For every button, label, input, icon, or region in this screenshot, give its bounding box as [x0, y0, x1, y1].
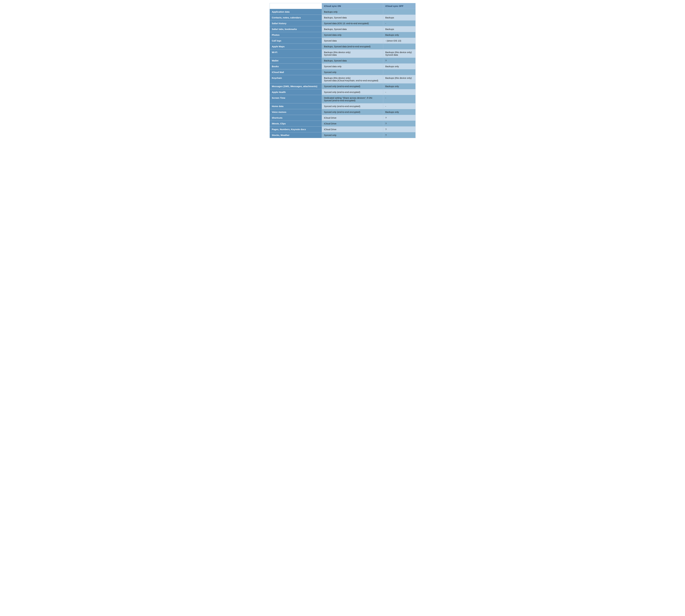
cell-sync-off: -: [383, 95, 415, 104]
table-row: Voice memosSynced only (end-to-end encry…: [270, 109, 415, 115]
header-sync-off: iCloud sync OFF: [383, 3, 415, 9]
table-row: iMovie, ClipsiCloud Drive?: [270, 121, 415, 127]
table-row: KeychainBackups (this device only)Synced…: [270, 75, 415, 84]
cell-sync-off: ?: [383, 58, 415, 64]
cell-feature: iMovie, Clips: [270, 121, 322, 127]
cell-sync-on: Synced data (iOS 13: end-to-end encrypte…: [322, 21, 383, 26]
cell-sync-off: -: [383, 104, 415, 109]
cell-sync-off: Backups (this device only): [383, 75, 415, 84]
cell-sync-on: Backups, Synced data: [322, 26, 383, 32]
cell-sync-on: Synced only (end-to-end encrypted): [322, 84, 383, 89]
cell-sync-on: iCloud Drive: [322, 127, 383, 132]
cell-feature: Shortcuts: [270, 115, 322, 121]
cell-feature: Apple Maps: [270, 44, 322, 49]
cell-sync-off: [383, 44, 415, 49]
table-row: Safari historySynced data (iOS 13: end-t…: [270, 21, 415, 26]
table-row: ShortcutsiCloud Drive?: [270, 115, 415, 121]
cell-sync-off: [383, 69, 415, 75]
table-row: Call logsSynced data- (since iOS 13): [270, 38, 415, 44]
table-row: Contacts, notes, calendarsBackups, Synce…: [270, 15, 415, 21]
main-table-wrapper: iCloud sync ON iCloud sync OFF Applicati…: [270, 3, 416, 138]
cell-sync-off: Backups: [383, 26, 415, 32]
cell-sync-on: Backups (this device only)Synced data (i…: [322, 75, 383, 84]
cell-feature: Keychain: [270, 75, 322, 84]
cell-sync-on: iCloud Drive: [322, 121, 383, 127]
table-row: PhotosSynced data onlyBackups only: [270, 32, 415, 38]
table-row: Wi-FiBackups (this device only)Synced da…: [270, 49, 415, 58]
cell-sync-on: Backups (this device only)Synced data: [322, 49, 383, 58]
cell-sync-off: ?: [383, 121, 415, 127]
table-row: Screen TimeDedicated setting “Share acro…: [270, 95, 415, 104]
cell-sync-on: Synced data: [322, 38, 383, 44]
cell-sync-off: Backups only: [383, 109, 415, 115]
cell-sync-off: Backups only: [383, 32, 415, 38]
table-row: Messages (SMS, iMessages, attachments)Sy…: [270, 84, 415, 89]
cell-feature: Home data: [270, 104, 322, 109]
cell-sync-on: Dedicated setting “Share across devices”…: [322, 95, 383, 104]
cell-sync-on: Synced only (end-to-end encrypted): [322, 89, 383, 95]
cell-sync-off: ?: [383, 127, 415, 132]
cell-sync-off: Backups only: [383, 84, 415, 89]
table-row: Home dataSynced only (end-to-end encrypt…: [270, 104, 415, 109]
icloud-sync-table: iCloud sync ON iCloud sync OFF Applicati…: [270, 3, 416, 138]
cell-sync-off: [383, 9, 415, 15]
cell-sync-on: Synced only: [322, 132, 383, 138]
cell-feature: Wi-Fi: [270, 49, 322, 58]
cell-feature: Photos: [270, 32, 322, 38]
cell-sync-on: Synced only (end-to-end encrypted): [322, 104, 383, 109]
table-row: BooksSynced data onlyBackups only: [270, 64, 415, 69]
cell-sync-off: - (since iOS 13): [383, 38, 415, 44]
cell-sync-off: -: [383, 89, 415, 95]
cell-sync-off: ?: [383, 115, 415, 121]
cell-feature: Safari tabs, bookmarks: [270, 26, 322, 32]
cell-sync-on: Synced data only: [322, 32, 383, 38]
header-row: iCloud sync ON iCloud sync OFF: [270, 3, 415, 9]
table-row: Apple HealthSynced only (end-to-end encr…: [270, 89, 415, 95]
cell-sync-on: Backups only: [322, 9, 383, 15]
cell-feature: Apple Health: [270, 89, 322, 95]
cell-sync-on: Backups, Synced data: [322, 15, 383, 21]
table-row: Apple MapsBackups, Synced data (end-to-e…: [270, 44, 415, 49]
cell-feature: iCloud Mail: [270, 69, 322, 75]
cell-feature: Pages, Numbers, Keynote docs: [270, 127, 322, 132]
cell-feature: Contacts, notes, calendars: [270, 15, 322, 21]
table-row: Pages, Numbers, Keynote docsiCloud Drive…: [270, 127, 415, 132]
cell-feature: Application data: [270, 9, 322, 15]
header-sync-on: iCloud sync ON: [322, 3, 383, 9]
cell-feature: Wallet: [270, 58, 322, 64]
cell-feature: Stocks, Weather: [270, 132, 322, 138]
table-row: iCloud MailSynced only: [270, 69, 415, 75]
cell-sync-on: Backups, Synced data (end-to-end encrypt…: [322, 44, 383, 49]
cell-feature: Books: [270, 64, 322, 69]
cell-sync-off: Backups (this device only)Synced data: [383, 49, 415, 58]
cell-feature: Messages (SMS, iMessages, attachments): [270, 84, 322, 89]
cell-sync-on: Backups, Synced data: [322, 58, 383, 64]
cell-feature: Screen Time: [270, 95, 322, 104]
cell-sync-on: Synced only: [322, 69, 383, 75]
table-row: Safari tabs, bookmarksBackups, Synced da…: [270, 26, 415, 32]
cell-feature: Call logs: [270, 38, 322, 44]
cell-sync-off: Backups: [383, 15, 415, 21]
cell-sync-on: Synced data only: [322, 64, 383, 69]
cell-sync-off: ?: [383, 132, 415, 138]
cell-sync-off: Backups only: [383, 64, 415, 69]
table-row: Application dataBackups only: [270, 9, 415, 15]
cell-sync-on: Synced only (end-to-end encrypted): [322, 109, 383, 115]
table-row: WalletBackups, Synced data?: [270, 58, 415, 64]
cell-sync-off: -: [383, 21, 415, 26]
cell-feature: Voice memos: [270, 109, 322, 115]
table-row: Stocks, WeatherSynced only?: [270, 132, 415, 138]
header-feature: [270, 3, 322, 9]
cell-sync-on: iCloud Drive: [322, 115, 383, 121]
cell-feature: Safari history: [270, 21, 322, 26]
